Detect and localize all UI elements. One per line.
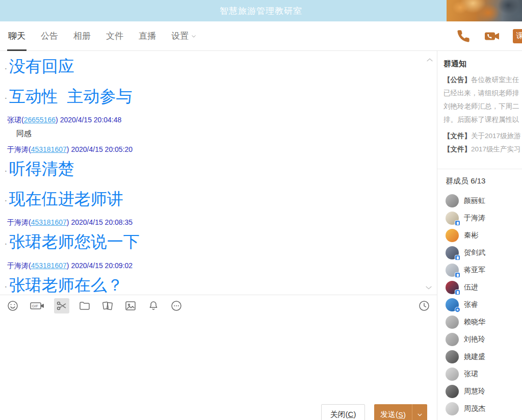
image-button[interactable] <box>123 298 138 313</box>
uin-link[interactable]: 453181607 <box>31 218 67 226</box>
member-item[interactable]: 蒋亚军 <box>446 261 522 279</box>
chat-message-large: ·互动性 主动参与 <box>4 85 427 109</box>
bullet-icon: · <box>4 62 8 73</box>
chevron-down-icon <box>416 411 423 418</box>
tab-label: 相册 <box>73 30 91 42</box>
member-item[interactable]: 贺剑武 <box>446 244 522 261</box>
member-item[interactable]: 秦彬 <box>446 227 522 244</box>
chat-message: 同感 <box>4 128 427 139</box>
video-call-button[interactable] <box>484 29 500 44</box>
notification-button[interactable] <box>146 298 161 313</box>
uin-link[interactable]: 453181607 <box>31 145 67 153</box>
member-name: 姚建盛 <box>464 352 485 361</box>
tab-item[interactable]: 相册 <box>72 21 92 50</box>
tab-label: 设置 <box>171 30 189 42</box>
tab-bar: 聊天 公告 相册 文件 直播 设置 <box>0 21 198 50</box>
sender-name[interactable]: 于海涛 <box>7 261 29 270</box>
avatar <box>446 402 459 415</box>
message-meta: 于海涛(453181607)2020/4/15 20:08:35 <box>4 217 427 227</box>
uin-link[interactable]: 26655166 <box>24 116 56 124</box>
notice-line[interactable]: 【文件】关于2017级旅游 <box>443 129 522 143</box>
member-item[interactable]: 张珺 <box>446 365 522 383</box>
notice-line[interactable]: 已经出来，请组织老师排 <box>443 87 522 100</box>
member-item[interactable]: 于海涛 <box>446 209 522 227</box>
bullet-icon: · <box>4 165 8 176</box>
tab-item[interactable]: 聊天 <box>7 21 27 50</box>
tab-item[interactable]: 直播 <box>138 21 157 50</box>
member-name: 颜丽虹 <box>464 196 485 205</box>
tab-item[interactable]: 文件 <box>105 21 124 50</box>
send-options-button[interactable] <box>412 404 427 420</box>
bullet-icon: · <box>4 92 8 103</box>
avatar <box>446 298 459 311</box>
send-button[interactable]: 发送(S) <box>374 404 427 420</box>
class-button[interactable]: 课 <box>513 29 522 43</box>
member-list: 颜丽虹 于海涛 秦彬 贺剑武 蒋亚军 伍进 张睿 赖晓华 刘艳玲 姚建盛 张珺 … <box>446 192 522 417</box>
notice-line[interactable]: 【公告】各位教研室主任 <box>443 73 522 87</box>
folder-button[interactable] <box>77 298 92 313</box>
notice-line[interactable]: 刘艳玲老师汇总，下周二 <box>443 100 522 113</box>
timestamp: 2020/4/15 20:05:20 <box>71 145 133 153</box>
tab-item[interactable]: 公告 <box>40 21 59 50</box>
status-badge-icon <box>455 272 460 278</box>
notice-text: 排。后面标了课程属性以 <box>443 116 519 123</box>
timestamp: 2020/4/15 20:04:48 <box>60 116 122 124</box>
member-name: 刘艳玲 <box>464 335 485 344</box>
history-button[interactable] <box>416 298 432 313</box>
qq-group-chat-window: { "window": { "title": "智慧旅游管理教研室" }, "t… <box>0 0 522 420</box>
file-transfer-icon <box>101 300 114 312</box>
scroll-down-icon[interactable] <box>425 283 433 292</box>
sender-name[interactable]: 张珺 <box>7 116 21 124</box>
member-name: 赖晓华 <box>464 318 485 327</box>
message-text: 没有回应 <box>9 57 74 75</box>
message-input[interactable] <box>0 316 437 420</box>
member-item[interactable]: 伍进 <box>446 279 522 296</box>
message-list[interactable]: ·没有回应·互动性 主动参与张珺(26655166)2020/4/15 20:0… <box>0 51 437 295</box>
sender-name[interactable]: 于海涛 <box>7 218 29 226</box>
member-item[interactable]: 周茂杰 <box>446 400 522 417</box>
emoji-button[interactable] <box>5 298 20 313</box>
avatar <box>446 212 459 225</box>
theme-image <box>447 0 522 21</box>
more-button[interactable] <box>169 298 184 313</box>
member-panel: 群成员 6/13 颜丽虹 于海涛 秦彬 贺剑武 蒋亚军 伍进 张睿 赖晓华 刘艳… <box>437 169 522 417</box>
emoji-icon <box>7 300 19 312</box>
avatar <box>446 385 459 398</box>
member-item[interactable]: 周慧玲 <box>446 383 522 400</box>
screenshot-button[interactable] <box>54 298 69 313</box>
uin-link[interactable]: 453181607 <box>31 261 67 270</box>
clock-icon <box>418 300 430 312</box>
member-item[interactable]: 颜丽虹 <box>446 192 522 209</box>
chat-message-large: ·现在伍进老师讲 <box>4 188 427 212</box>
notice-tag: 【文件】 <box>443 132 471 140</box>
member-item[interactable]: 姚建盛 <box>446 348 522 365</box>
notice-lines: 【公告】各位教研室主任已经出来，请组织老师排刘艳玲老师汇总，下周二排。后面标了课… <box>443 73 522 156</box>
file-transfer-button[interactable] <box>100 298 115 313</box>
avatar <box>446 281 459 294</box>
member-item[interactable]: 刘艳玲 <box>446 331 522 348</box>
chat-message-large: ·张珺老师您说一下 <box>4 230 427 254</box>
member-name: 周茂杰 <box>464 404 485 413</box>
member-name: 贺剑武 <box>464 248 485 257</box>
member-item[interactable]: 张睿 <box>446 296 522 313</box>
voice-call-button[interactable] <box>456 29 471 44</box>
tab-item[interactable]: 设置 <box>170 21 198 50</box>
member-item[interactable]: 赖晓华 <box>446 313 522 331</box>
notice-line[interactable]: 排。后面标了课程属性以 <box>443 113 522 126</box>
status-badge-icon <box>455 307 460 312</box>
notice-panel: 群通知 【公告】各位教研室主任已经出来，请组织老师排刘艳玲老师汇总，下周二排。后… <box>437 51 522 169</box>
group-title: 智慧旅游管理教研室 <box>220 5 302 17</box>
message-list-inner: ·没有回应·互动性 主动参与张珺(26655166)2020/4/15 20:0… <box>4 55 427 295</box>
avatar <box>446 333 459 346</box>
status-badge-icon <box>455 290 460 295</box>
close-button[interactable]: 关闭(C) <box>321 404 365 420</box>
scroll-up-icon[interactable] <box>426 56 434 64</box>
avatar <box>446 246 459 259</box>
gif-icon: GIF <box>30 300 45 312</box>
message-meta: 于海涛(453181607)2020/4/15 20:09:02 <box>4 260 427 271</box>
notice-tag: 【文件】 <box>443 145 471 153</box>
notice-line[interactable]: 【文件】2017级生产实习 <box>443 143 522 156</box>
sender-name[interactable]: 于海涛 <box>7 145 29 153</box>
gif-button[interactable]: GIF <box>28 298 46 313</box>
notice-text: 2017级生产实习 <box>471 145 521 153</box>
